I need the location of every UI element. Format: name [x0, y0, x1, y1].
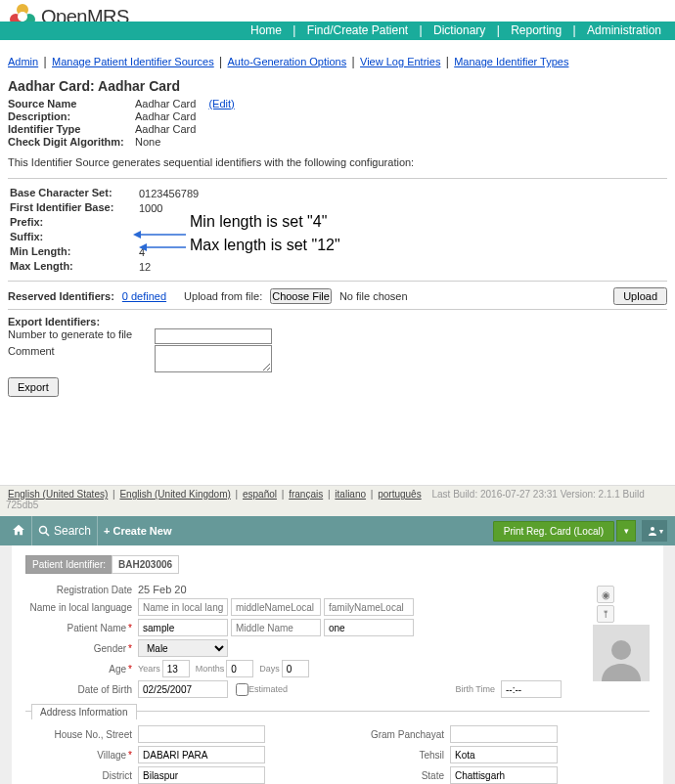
value-identifier-type: Aadhar Card: [135, 123, 241, 136]
label-check-digit: Check Digit Algorithm:: [8, 136, 135, 149]
choose-file-button[interactable]: Choose File: [270, 288, 332, 304]
tehsil-input[interactable]: [450, 746, 558, 763]
camera-icon[interactable]: ◉: [597, 586, 614, 603]
nav-dictionary[interactable]: Dictionary: [426, 23, 493, 37]
number-to-generate-input[interactable]: [155, 328, 272, 344]
label-patient-name: Patient Name*: [25, 623, 138, 633]
label-district: District: [25, 770, 138, 781]
gender-select[interactable]: Male: [138, 639, 228, 657]
comment-textarea[interactable]: [155, 345, 272, 372]
name-local-middle-input[interactable]: [231, 598, 321, 616]
upload-button[interactable]: Upload: [613, 287, 667, 305]
label-source-name: Source Name: [8, 98, 135, 110]
plus-icon: +: [104, 525, 110, 537]
crumb-manage-sources[interactable]: Manage Patient Identifier Sources: [52, 56, 214, 67]
arrow-min-icon: [133, 228, 186, 241]
age-days-input[interactable]: [282, 660, 309, 677]
section-address-information: Address Information: [25, 711, 650, 727]
estimated-checkbox[interactable]: [236, 683, 248, 696]
svg-point-11: [611, 640, 631, 660]
label-gender: Gender*: [25, 643, 138, 654]
locale-bar: English (United States) | English (Unite…: [0, 485, 675, 516]
state-input[interactable]: [450, 766, 558, 784]
label-tehsil: Tehsil: [352, 750, 450, 761]
create-new-label: Create New: [113, 525, 172, 537]
label-upload-from-file: Upload from file:: [184, 290, 262, 302]
patient-name-last-input[interactable]: [324, 619, 414, 636]
name-local-first-input[interactable]: [138, 598, 228, 616]
crumb-admin[interactable]: Admin: [8, 56, 38, 67]
crumb-manage-types[interactable]: Manage Identifier Types: [454, 56, 568, 67]
nav-find-patient[interactable]: Find/Create Patient: [299, 23, 416, 37]
label-estimated: Estimated: [248, 684, 288, 694]
label-state: State: [352, 770, 450, 781]
create-new-button[interactable]: + Create New: [104, 525, 171, 537]
village-input[interactable]: [138, 746, 265, 763]
search-label: Search: [54, 524, 91, 538]
openmrs-header: OpenMRS Home | Find/Create Patient | Dic…: [0, 0, 675, 43]
user-icon: [647, 525, 658, 537]
value-description: Aadhar Card: [135, 110, 241, 123]
print-dropdown[interactable]: ▾: [616, 520, 636, 542]
dob-input[interactable]: [138, 680, 228, 698]
label-dob: Date of Birth: [25, 684, 138, 695]
user-menu[interactable]: ▾: [642, 520, 667, 542]
label-comment: Comment: [8, 345, 155, 357]
value-base-charset: 0123456789: [139, 187, 199, 199]
value-check-digit: None: [135, 136, 241, 149]
label-years: Years: [138, 664, 160, 674]
birth-time-input[interactable]: [501, 680, 562, 698]
house-street-input[interactable]: [138, 725, 265, 743]
top-nav: Home | Find/Create Patient | Dictionary …: [0, 22, 675, 40]
label-registration-date: Registration Date: [25, 585, 138, 595]
nav-administration[interactable]: Administration: [579, 23, 669, 37]
age-years-input[interactable]: [162, 660, 190, 677]
patient-name-middle-input[interactable]: [231, 619, 321, 636]
link-defined-count[interactable]: 0 defined: [122, 290, 166, 302]
svg-point-10: [651, 527, 654, 531]
locale-fr[interactable]: français: [289, 489, 323, 500]
svg-point-3: [18, 12, 27, 22]
locale-en-us[interactable]: English (United States): [8, 489, 108, 500]
gram-input[interactable]: [450, 725, 558, 743]
crumb-view-log[interactable]: View Log Entries: [360, 56, 440, 67]
name-local-last-input[interactable]: [324, 598, 414, 616]
label-age: Age*: [25, 664, 138, 675]
locale-it[interactable]: italiano: [335, 489, 366, 500]
chevron-down-icon: ▾: [659, 527, 663, 536]
avatar: [593, 625, 650, 681]
home-icon[interactable]: [8, 523, 29, 540]
upload-photo-icon[interactable]: ⤒: [597, 605, 614, 623]
nav-reporting[interactable]: Reporting: [503, 23, 569, 37]
crumb-autogen-options[interactable]: Auto-Generation Options: [228, 56, 347, 67]
locale-pt[interactable]: português: [378, 489, 421, 500]
export-button[interactable]: Export: [8, 377, 59, 397]
print-reg-card-button[interactable]: Print Reg. Card (Local): [493, 521, 614, 542]
patient-name-first-input[interactable]: [138, 619, 228, 636]
patient-identifier-label: Patient Identifier:: [25, 555, 112, 574]
label-months: Months: [196, 664, 225, 674]
patient-identifier-value: BAH203006: [112, 555, 179, 574]
value-registration-date: 25 Feb 20: [138, 584, 187, 595]
label-days: Days: [259, 664, 280, 674]
label-reserved: Reserved Identifiers:: [8, 290, 114, 302]
app-toolbar: Search + Create New Print Reg. Card (Loc…: [0, 516, 675, 545]
age-months-input[interactable]: [226, 660, 253, 677]
search-icon: [38, 525, 50, 537]
edit-link[interactable]: (Edit): [208, 98, 234, 109]
label-suffix: Suffix:: [10, 231, 137, 243]
label-name-local: Name in local language: [25, 602, 138, 613]
district-input[interactable]: [138, 766, 265, 784]
search-button[interactable]: Search: [31, 516, 98, 545]
label-number-to-generate: Number to generate to file: [8, 328, 155, 340]
svg-line-9: [46, 533, 50, 537]
label-village: Village*: [25, 750, 138, 761]
label-identifier-type: Identifier Type: [8, 123, 135, 136]
locale-en-uk[interactable]: English (United Kingdom): [119, 489, 230, 500]
label-birth-time: Birth Time: [436, 684, 495, 694]
label-house-street: House No., Street: [25, 729, 138, 740]
annotation-min-length: Min length is set "4": [190, 213, 327, 231]
nav-home[interactable]: Home: [243, 23, 290, 37]
locale-es[interactable]: español: [243, 489, 277, 500]
svg-marker-5: [133, 231, 141, 239]
